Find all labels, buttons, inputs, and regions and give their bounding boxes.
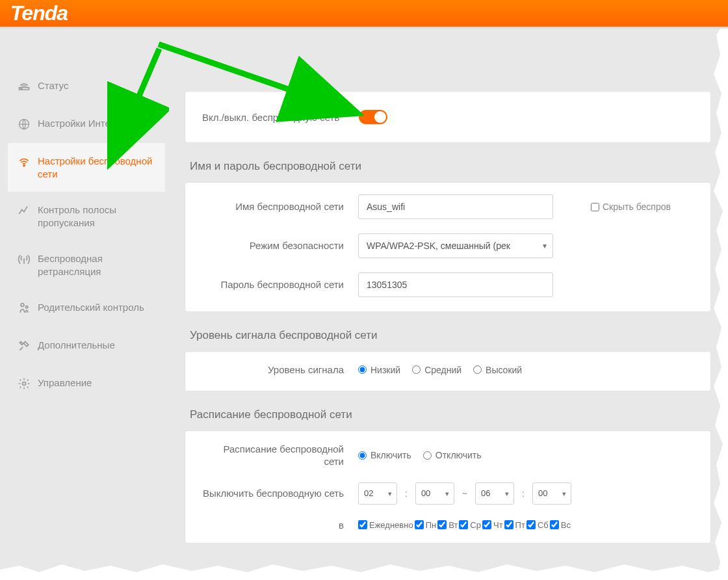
- signal-label: Уровень сигнала: [202, 363, 358, 376]
- from-min-select[interactable]: 00: [415, 482, 454, 505]
- password-label: Пароль беспроводной сети: [202, 278, 358, 291]
- ssid-input[interactable]: [358, 194, 553, 219]
- schedule-disable-radio[interactable]: Отключить: [423, 450, 482, 460]
- chart-icon: [17, 204, 31, 218]
- to-hour-select[interactable]: 06: [475, 482, 514, 505]
- svg-point-2: [23, 165, 25, 166]
- svg-line-7: [159, 44, 354, 112]
- svg-line-9: [112, 49, 159, 159]
- day-daily-checkbox[interactable]: Ежедневно: [358, 520, 413, 530]
- sidebar-label: Беспроводная ретрансляция: [38, 252, 159, 278]
- name-password-panel: Имя беспроводной сети Скрыть беспров Реж…: [185, 182, 711, 312]
- ssid-label: Имя беспроводной сети: [202, 200, 358, 213]
- day-sat-checkbox[interactable]: Сб: [526, 520, 549, 530]
- password-input[interactable]: [358, 272, 553, 297]
- main-content: Вкл./выкл. беспроводную сеть Имя и парол…: [165, 68, 728, 550]
- day-tue-checkbox[interactable]: Вт: [437, 520, 458, 530]
- from-hour-select[interactable]: 02: [358, 482, 397, 505]
- svg-point-5: [23, 382, 26, 386]
- svg-point-4: [26, 306, 28, 308]
- annotation-arrow-side: [98, 46, 169, 176]
- svg-point-0: [21, 88, 22, 90]
- sidebar-item-parental[interactable]: Родительский контроль: [8, 289, 165, 327]
- sidebar-label: Статус: [38, 79, 68, 92]
- family-icon: [17, 301, 31, 315]
- sidebar-label: Родительский контроль: [38, 301, 144, 314]
- sidebar-item-advanced[interactable]: Дополнительные: [8, 327, 165, 365]
- signal-panel: Уровень сигнала Низкий Средний Высокий: [185, 351, 711, 391]
- sidebar-label: Контроль полосы пропускания: [38, 204, 159, 229]
- turnoff-label: Выключить беспроводную сеть: [202, 487, 358, 500]
- to-min-select[interactable]: 00: [532, 482, 571, 505]
- torn-bottom-edge: [0, 562, 728, 580]
- schedule-panel: Расписание беспроводной сети Включить От…: [185, 430, 711, 544]
- hide-ssid-checkbox[interactable]: Скрыть беспров: [591, 202, 671, 212]
- security-label: Режим безопасности: [202, 239, 358, 252]
- globe-icon: [17, 117, 31, 131]
- section-title-name: Имя и пароль беспроводной сети: [185, 150, 711, 182]
- day-thu-checkbox[interactable]: Чт: [482, 520, 503, 530]
- svg-point-3: [21, 304, 24, 307]
- day-mon-checkbox[interactable]: Пн: [415, 520, 437, 530]
- gear-icon: [17, 376, 31, 391]
- signal-high-radio[interactable]: Высокий: [473, 365, 522, 375]
- signal-mid-radio[interactable]: Средний: [412, 365, 462, 375]
- tools-icon: [17, 339, 31, 353]
- signal-low-radio[interactable]: Низкий: [358, 365, 400, 375]
- day-wed-checkbox[interactable]: Ср: [459, 520, 481, 530]
- sidebar-item-bandwidth[interactable]: Контроль полосы пропускания: [8, 192, 165, 241]
- schedule-enable-radio[interactable]: Включить: [358, 450, 411, 460]
- sidebar-item-relay[interactable]: Беспроводная ретрансляция: [8, 241, 165, 289]
- section-title-schedule: Расписание беспроводной сети: [185, 398, 711, 430]
- day-sun-checkbox[interactable]: Вс: [550, 520, 571, 530]
- sidebar-label: Дополнительные: [38, 339, 115, 352]
- hide-ssid-label: Скрыть беспров: [603, 202, 671, 212]
- router-icon: [17, 79, 31, 94]
- section-title-signal: Уровень сигнала беспроводной сети: [185, 319, 711, 351]
- wifi-icon: [17, 155, 31, 169]
- brand-logo: Tenda: [10, 1, 68, 25]
- sidebar-label: Управление: [38, 376, 92, 389]
- header-bar: Tenda: [0, 0, 728, 29]
- schedule-label: Расписание беспроводной сети: [202, 443, 358, 468]
- antenna-icon: [17, 252, 31, 267]
- annotation-arrow-top: [152, 40, 373, 131]
- days-prefix: в: [202, 519, 358, 532]
- sidebar-item-manage[interactable]: Управление: [8, 365, 165, 402]
- day-fri-checkbox[interactable]: Пт: [504, 520, 525, 530]
- security-select[interactable]: WPA/WPA2-PSK, смешанный (рек: [358, 233, 553, 258]
